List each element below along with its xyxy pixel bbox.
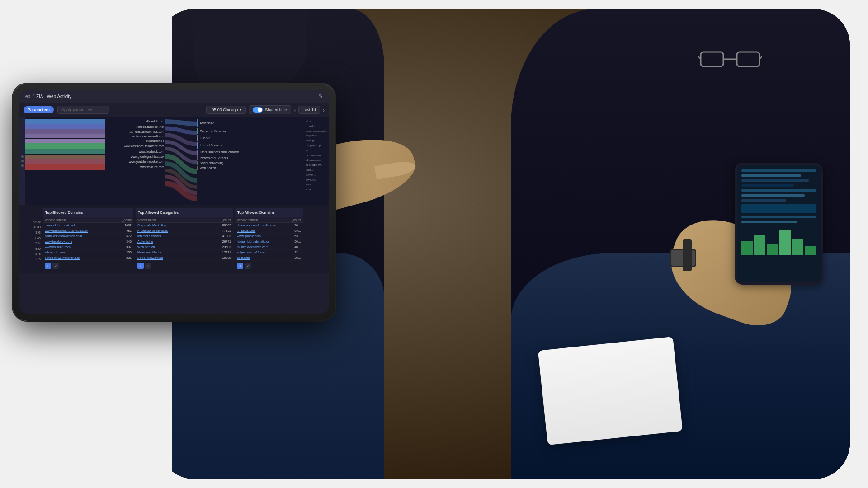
cat-row-2: Professional Services 77855 xyxy=(136,228,233,234)
chevron-down-icon: ▾ xyxy=(240,108,242,112)
tables-section: _count 1383 993 845 534 530 278 276 xyxy=(19,205,329,273)
blocked-table-menu[interactable]: ⋮ xyxy=(126,210,131,216)
domain-bar-4: scribe-news.mmonline.io xyxy=(25,134,165,138)
chevron-right-icon[interactable]: › xyxy=(323,107,325,113)
domain-bar-9: www.youtube-noookie.com xyxy=(25,159,165,164)
tablet-screen: eb / ZIA - Web Activity ✎ Parameters -05… xyxy=(19,90,329,314)
count-col: _count 1383 993 845 534 530 278 276 xyxy=(23,208,41,271)
blocked-row-3: pamelaspanrowchilds.com 572 xyxy=(43,234,133,239)
shared-time-label: Shared time xyxy=(265,108,287,112)
domains-table-menu[interactable]: ⋮ xyxy=(296,210,301,216)
blocked-table-title: Top Blocked Domains xyxy=(45,211,83,215)
domain-bar-7: www.facebook.com xyxy=(25,149,165,154)
dom-row-5: m.media-amazon.com 48… xyxy=(235,244,303,250)
domains-table-title: Top Allowed Domains xyxy=(237,211,275,215)
dom-row-3: www.google.com 53… xyxy=(235,234,303,239)
sankey-flows xyxy=(165,117,197,205)
top-allowed-categories-table: Top Allowed Categories ⋮ Vendor.urlcat _… xyxy=(136,208,233,271)
tablet-header: eb / ZIA - Web Activity ✎ xyxy=(19,90,329,103)
nav-dot-3[interactable] xyxy=(21,164,24,167)
nav-dot-1[interactable] xyxy=(21,155,24,158)
toolbar-right: -05:00 Chicago ▾ Shared time ‹ La xyxy=(206,105,325,114)
sankey-right-categories: Advertising Corporate Marketing Finance xyxy=(197,117,329,205)
edit-icon[interactable]: ✎ xyxy=(318,93,323,99)
svg-rect-1 xyxy=(737,52,760,66)
breadcrumb-separator: / xyxy=(33,94,34,99)
parameters-badge[interactable]: Parameters xyxy=(24,106,54,113)
cat-row-6: News and Media 12471 xyxy=(136,250,233,255)
time-range-selector[interactable]: Last 1d xyxy=(298,106,320,114)
dom-page-1[interactable]: 1 xyxy=(237,263,243,269)
domain-bar-6: www.eastsideautosalvage.com xyxy=(25,143,165,149)
blocked-row-4: www.facebook.com 346 xyxy=(43,239,133,244)
apply-parameters-input[interactable] xyxy=(57,106,109,114)
categories-table-title: Top Allowed Categories xyxy=(138,211,179,215)
svg-rect-0 xyxy=(701,52,723,66)
domain-bar-5: truepublish.de xyxy=(25,139,165,143)
breadcrumb: eb / ZIA - Web Activity xyxy=(25,94,71,99)
cat-page-1[interactable]: 1 xyxy=(137,263,144,269)
cat-row-7: Social Networking 10088 xyxy=(136,255,233,261)
top-blocked-table: Top Blocked Domains ⋮ Vendor.domain _cou… xyxy=(43,208,133,271)
categories-table-menu[interactable]: ⋮ xyxy=(226,210,231,216)
parameters-toolbar: Parameters -05:00 Chicago ▾ xyxy=(19,103,329,117)
dom-row-2: ib.adnxs.com 69… xyxy=(235,228,303,234)
tablet-device: eb / ZIA - Web Activity ✎ Parameters -05… xyxy=(13,84,335,321)
blocked-row-2: www.eastsideautosalvage.com 982 xyxy=(43,228,133,234)
dom-row-6: edgedi.me.gv11.com 42… xyxy=(235,250,303,255)
categories-pagination: 1 2 xyxy=(136,261,233,271)
cat-row-4: Advertising 26741 xyxy=(136,239,233,244)
toggle-switch[interactable] xyxy=(253,107,263,113)
cat-row-1: Corporate Marketing 80582 xyxy=(136,223,233,228)
dom-row-7: asdf.com 38… xyxy=(235,255,303,261)
cat-page-2[interactable]: 2 xyxy=(145,263,151,269)
blocked-row-6: alb.reddit.com 255 xyxy=(43,250,133,255)
cat-row-5: Web Search 23683 xyxy=(136,244,233,250)
domain-bar-8: www.glcartographic.co.uk xyxy=(25,155,165,159)
cat-row-3: Internet Services 41383 xyxy=(136,234,233,239)
glasses xyxy=(698,47,762,72)
breadcrumb-parent: eb xyxy=(25,94,30,99)
sidebar-nav xyxy=(19,117,25,205)
white-laptop xyxy=(538,337,683,445)
chevron-left-icon[interactable]: ‹ xyxy=(294,107,296,113)
sankey-chart: alb.reddit.com connect.facebook.net pame… xyxy=(19,117,329,205)
blocked-pagination: 1 2 xyxy=(43,261,133,271)
blocked-row-5: www.youtube.com 337 xyxy=(43,244,133,250)
domain-bar-1: alb.reddit.com xyxy=(25,119,165,124)
domains-pagination: 1 2 xyxy=(235,261,303,271)
top-allowed-domains-table: Top Allowed Domains ⋮ Vendor.domain _cou… xyxy=(235,208,303,271)
domain-bar-2: connect.facebook.net xyxy=(25,124,165,129)
timezone-selector[interactable]: -05:00 Chicago ▾ xyxy=(206,106,246,114)
nav-dot-2[interactable] xyxy=(21,160,24,162)
blocked-row-7: scribe-news.mmonline.io 231 xyxy=(43,255,133,261)
blocked-row-1: connect.facebook.net 1002 xyxy=(43,223,133,228)
dom-row-1: dsum-sec.casalemedia.com 78… xyxy=(235,223,303,228)
blocked-page-2[interactable]: 2 xyxy=(52,263,59,269)
breadcrumb-current: ZIA - Web Activity xyxy=(36,94,71,99)
tablet-held xyxy=(735,163,823,285)
shared-time-toggle[interactable]: Shared time xyxy=(249,105,291,114)
blocked-page-1[interactable]: 1 xyxy=(45,263,51,269)
timezone-label: -05:00 Chicago xyxy=(210,108,238,112)
domain-bar-10: www.youtube.com xyxy=(25,164,165,170)
dom-page-2[interactable]: 2 xyxy=(245,263,251,269)
domain-bar-3: pamelaspanrowchilds.com xyxy=(25,129,165,134)
sankey-left-domains: alb.reddit.com connect.facebook.net pame… xyxy=(25,117,165,205)
dom-row-4: hbopenbid.pubmatic.com 50… xyxy=(235,239,303,244)
